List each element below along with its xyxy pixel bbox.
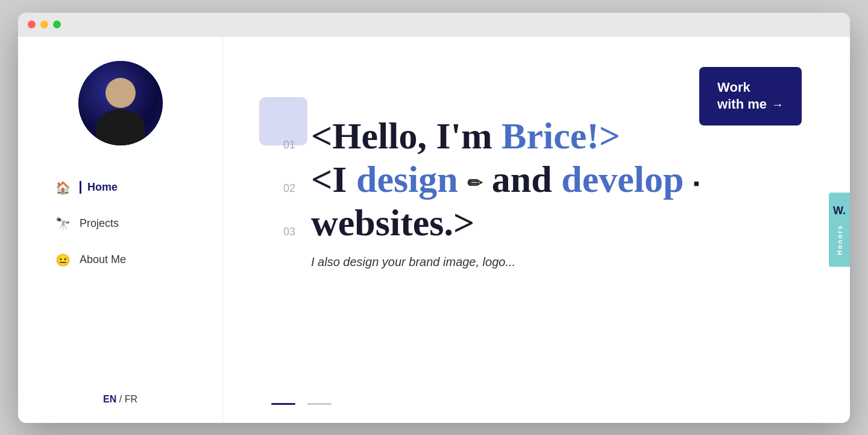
traffic-light-yellow[interactable]: [40, 21, 48, 28]
work-btn-with-me: with me: [717, 96, 767, 113]
sidebar-item-projects[interactable]: 🔭 Projects: [54, 212, 186, 236]
hero-line-3: 03 websites.>: [283, 202, 802, 243]
honors-badge: W. Honors: [829, 192, 850, 267]
hero-text-2: <I design ✏ and develop ▪: [311, 159, 700, 200]
browser-content: 🏠 Home 🔭 Projects 😐 About Me EN / FR: [18, 37, 850, 423]
about-icon: 😐: [54, 252, 71, 268]
hero-section: 01 <Hello, I'm Brice!> 02 <I design ✏ an…: [271, 115, 802, 270]
language-switcher[interactable]: EN / FR: [103, 394, 137, 405]
browser-window: 🏠 Home 🔭 Projects 😐 About Me EN / FR: [18, 13, 850, 423]
pencil-icon: ✏: [467, 173, 482, 193]
sidebar-item-about[interactable]: 😐 About Me: [54, 248, 186, 272]
line-number-2: 02: [283, 182, 301, 195]
scroll-indicator-1: [271, 403, 295, 405]
hero-line-2: 02 <I design ✏ and develop ▪: [283, 159, 802, 200]
traffic-light-green[interactable]: [53, 21, 61, 28]
work-btn-line1: Work: [717, 79, 750, 97]
nav-menu: 🏠 Home 🔭 Projects 😐 About Me: [18, 176, 222, 272]
hero-design: design: [356, 159, 458, 200]
hero-text-3: websites.>: [311, 202, 474, 243]
monitor-icon: ▪: [693, 173, 700, 193]
sidebar-item-projects-label: Projects: [80, 217, 119, 230]
lang-en[interactable]: EN: [103, 394, 116, 404]
sidebar-item-about-label: About Me: [80, 253, 126, 266]
sidebar-item-home-label: Home: [80, 181, 118, 194]
work-btn-line2: with me →: [717, 96, 784, 113]
honors-letter: W.: [833, 205, 846, 217]
arrow-right-icon: →: [772, 97, 784, 112]
home-icon: 🏠: [54, 179, 71, 196]
line-number-3: 03: [283, 226, 301, 238]
decorative-square: [259, 97, 307, 145]
scroll-indicators: [271, 403, 332, 405]
work-with-me-button[interactable]: Work with me →: [699, 67, 802, 125]
avatar-image: [78, 61, 163, 145]
hero-name: Brice!>: [502, 115, 620, 156]
honors-text: Honors: [836, 224, 843, 255]
lang-fr[interactable]: FR: [125, 394, 137, 404]
sidebar: 🏠 Home 🔭 Projects 😐 About Me EN / FR: [18, 37, 223, 423]
hero-subtitle: I also design your brand image, logo...: [311, 255, 802, 269]
traffic-light-red[interactable]: [28, 21, 36, 28]
hero-text-1: <Hello, I'm Brice!>: [311, 115, 620, 156]
scroll-indicator-2: [307, 403, 332, 405]
hero-develop: develop: [561, 159, 684, 200]
browser-titlebar: [18, 13, 850, 37]
lang-separator: /: [116, 394, 124, 404]
main-content: Work with me → 01 <Hello, I'm Brice!>: [223, 37, 850, 423]
projects-icon: 🔭: [54, 215, 71, 232]
avatar: [78, 61, 163, 145]
sidebar-item-home[interactable]: 🏠 Home: [54, 176, 186, 200]
